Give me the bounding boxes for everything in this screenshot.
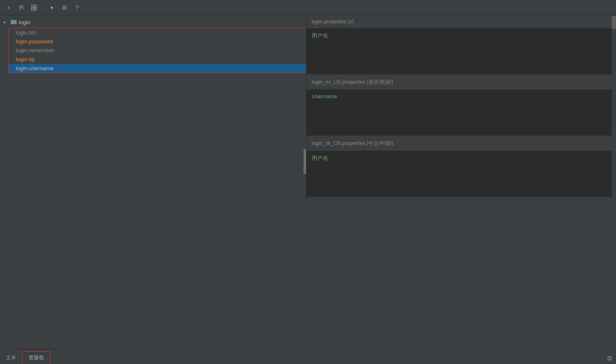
tree-item-username-label: login.username [16, 65, 54, 71]
tree-item-tip[interactable]: login.tip [9, 55, 306, 64]
tab-resources[interactable]: 资源包 [22, 351, 50, 364]
property-value-area-en-us[interactable]: Username [307, 90, 612, 136]
left-scrollbar-thumb[interactable] [304, 149, 306, 174]
svg-rect-0 [32, 5, 34, 7]
property-header-zh-cn: login_zh_CN.properties (中文/中国/) [307, 136, 612, 151]
svg-rect-1 [34, 5, 37, 7]
property-value-area-zh-cn[interactable]: 用户名 [307, 151, 612, 198]
tree-item-username[interactable]: login.username [9, 64, 306, 73]
tree-root-label: login [19, 19, 30, 26]
toolbar: + ▾ ⚙ ? [0, 0, 616, 15]
tree-item-password-label: login.password [16, 38, 53, 45]
property-value-zh-cn: 用户名 [312, 155, 328, 161]
plus-button[interactable]: + [3, 3, 14, 13]
chevron-down-icon: ▾ [3, 20, 9, 25]
settings-button[interactable]: ⚙ [59, 3, 69, 13]
folder-icon [10, 18, 17, 26]
right-scrollbar[interactable] [612, 15, 616, 349]
tree-container[interactable]: ▾ login login.btn login. [0, 15, 306, 349]
property-section-default: login.properties (//) 用户名 [307, 15, 612, 75]
svg-rect-3 [34, 8, 37, 10]
bottom-tabs: 文本 资源包 ⚙ [0, 349, 616, 364]
property-header-default: login.properties (//) [307, 15, 612, 28]
svg-rect-2 [32, 8, 34, 10]
sort-button[interactable] [16, 3, 26, 13]
right-scrollbar-thumb[interactable] [612, 16, 616, 29]
property-value-en-us: Username [312, 93, 337, 100]
property-value-default: 用户名 [312, 32, 328, 39]
bottom-settings-icon[interactable]: ⚙ [607, 354, 613, 362]
separator [43, 3, 43, 12]
tree-item-remember-label: login.remember [16, 47, 54, 54]
tree-item-tip-label: login.tip [16, 56, 35, 63]
svg-rect-5 [12, 21, 15, 21]
property-value-area-default[interactable]: 用户名 [307, 28, 612, 75]
property-section-zh-cn: login_zh_CN.properties (中文/中国/) 用户名 [307, 136, 612, 198]
tree-item-btn[interactable]: login.btn [9, 28, 306, 37]
help-button[interactable]: ? [72, 3, 82, 13]
left-panel: ▾ login login.btn login. [0, 15, 307, 349]
dropdown-button[interactable]: ▾ [46, 3, 57, 13]
tree-root-login[interactable]: ▾ login [0, 17, 306, 28]
bundle-button[interactable] [29, 3, 39, 13]
property-section-en-us: login_en_US.properties (英语/美国/) Username [307, 75, 612, 136]
tree-item-remember[interactable]: login.remember [9, 46, 306, 55]
main-content: ▾ login login.btn login. [0, 15, 616, 349]
right-panel: login.properties (//) 用户名 login_en_US.pr… [307, 15, 616, 349]
tab-text[interactable]: 文本 [0, 351, 22, 364]
tree-item-btn-label: login.btn [16, 29, 37, 36]
property-header-en-us: login_en_US.properties (英语/美国/) [307, 75, 612, 90]
tree-item-password[interactable]: login.password [9, 37, 306, 46]
properties-container: login.properties (//) 用户名 login_en_US.pr… [307, 15, 612, 349]
